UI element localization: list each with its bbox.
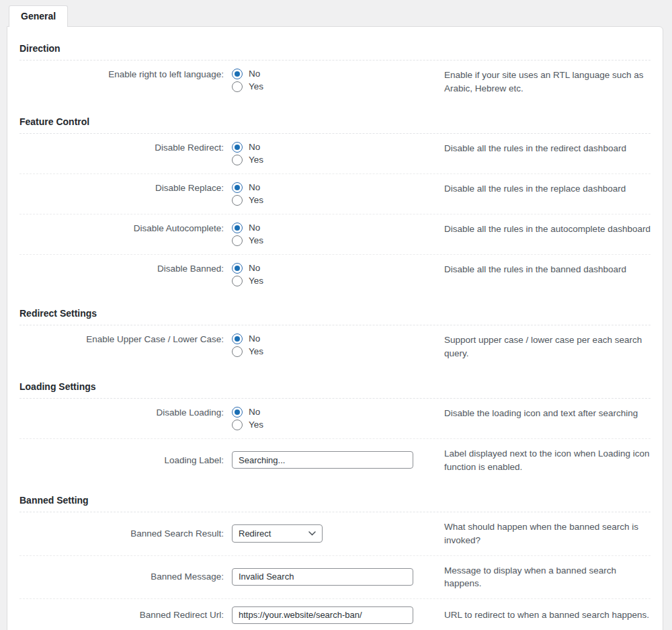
- select-value: Redirect: [239, 528, 271, 539]
- setting-row-banned-redirect-url: Banned Redirect Url: URL to redirect to …: [19, 599, 650, 630]
- radio-option-label: No: [249, 333, 260, 344]
- radio-no-icon[interactable]: [232, 223, 243, 233]
- radio-option-no[interactable]: No: [232, 262, 444, 274]
- settings-panel: Direction Enable right to left language:…: [7, 26, 663, 630]
- radio-group: No Yes: [232, 262, 444, 286]
- tab-general[interactable]: General: [9, 5, 68, 27]
- radio-no-icon[interactable]: [232, 263, 243, 274]
- setting-row-loading-label: Loading Label: Label displayed next to t…: [19, 439, 650, 481]
- radio-option-label: Yes: [249, 81, 263, 92]
- setting-row-enable-rtl: Enable right to left language: No Yes En…: [19, 61, 650, 103]
- radio-yes-icon[interactable]: [232, 420, 243, 430]
- field-control: No Yes: [232, 333, 444, 357]
- field-description: Disable all the rules in the autocomplet…: [444, 222, 650, 236]
- radio-yes-icon[interactable]: [232, 276, 243, 286]
- section-direction: Direction Enable right to left language:…: [19, 30, 650, 103]
- field-control: No Yes: [232, 182, 444, 206]
- radio-option-label: Yes: [249, 194, 263, 206]
- setting-row-disable-loading: Disable Loading: No Yes Disable the load…: [19, 399, 650, 439]
- radio-yes-icon[interactable]: [232, 235, 243, 246]
- setting-row-banned-search-result: Banned Search Result: Redirect What shou…: [19, 512, 650, 555]
- radio-option-label: No: [249, 182, 260, 193]
- radio-group: No Yes: [232, 141, 444, 165]
- radio-no-icon[interactable]: [232, 142, 243, 153]
- radio-option-no[interactable]: No: [232, 333, 444, 344]
- radio-option-yes[interactable]: Yes: [232, 275, 444, 286]
- radio-no-icon[interactable]: [232, 69, 243, 79]
- field-description: Enable if your site uses an RTL language…: [444, 68, 650, 95]
- radio-option-no[interactable]: No: [232, 182, 444, 193]
- radio-option-yes[interactable]: Yes: [232, 194, 444, 206]
- radio-option-label: Yes: [249, 346, 263, 357]
- field-control: No Yes: [232, 406, 444, 430]
- radio-no-icon[interactable]: [232, 333, 243, 344]
- radio-option-yes[interactable]: Yes: [232, 235, 444, 246]
- chevron-down-icon: [308, 531, 316, 536]
- radio-yes-icon[interactable]: [232, 155, 243, 165]
- radio-group: No Yes: [232, 68, 444, 92]
- field-control: No Yes: [232, 141, 444, 165]
- radio-option-label: Yes: [249, 154, 263, 165]
- radio-option-yes[interactable]: Yes: [232, 81, 444, 92]
- radio-option-label: No: [249, 406, 260, 418]
- radio-group: No Yes: [232, 333, 444, 357]
- section-banned-setting: Banned Setting Banned Search Result: Red…: [19, 481, 650, 630]
- field-description: Disable the loading icon and text after …: [444, 406, 650, 420]
- banned-redirect-url-input[interactable]: [232, 606, 413, 624]
- field-label: Enable right to left language:: [19, 68, 232, 79]
- field-label: Disable Loading:: [19, 406, 232, 418]
- field-label: Banned Message:: [19, 572, 232, 582]
- section-loading-settings: Loading Settings Disable Loading: No Yes: [19, 368, 650, 481]
- field-label: Disable Redirect:: [19, 141, 232, 153]
- field-description: Label displayed next to the icon when Lo…: [444, 446, 650, 473]
- section-title: Banned Setting: [19, 481, 650, 512]
- field-label: Banned Redirect Url:: [19, 610, 232, 620]
- radio-group: No Yes: [232, 406, 444, 430]
- radio-option-no[interactable]: No: [232, 68, 444, 79]
- radio-no-icon[interactable]: [232, 407, 243, 418]
- field-description: Message to display when a banned search …: [444, 563, 650, 590]
- banned-search-result-select[interactable]: Redirect: [232, 524, 323, 543]
- radio-yes-icon[interactable]: [232, 346, 243, 357]
- radio-no-icon[interactable]: [232, 182, 243, 193]
- radio-option-yes[interactable]: Yes: [232, 346, 444, 357]
- radio-yes-icon[interactable]: [232, 81, 243, 92]
- field-control: [232, 568, 444, 586]
- radio-group: No Yes: [232, 182, 444, 206]
- field-control: No Yes: [232, 68, 444, 92]
- settings-page: General Direction Enable right to left l…: [0, 0, 672, 630]
- radio-option-label: No: [249, 262, 260, 274]
- radio-option-label: Yes: [249, 235, 263, 246]
- radio-option-label: No: [249, 68, 260, 79]
- radio-option-label: No: [249, 141, 260, 153]
- field-description: Disable all the rules in the banned dash…: [444, 262, 650, 276]
- radio-option-no[interactable]: No: [232, 222, 444, 233]
- field-description: Support upper case / lower case per each…: [444, 333, 650, 360]
- section-title: Redirect Settings: [19, 294, 650, 325]
- section-title: Loading Settings: [19, 368, 650, 399]
- section-redirect-settings: Redirect Settings Enable Upper Case / Lo…: [19, 294, 650, 368]
- section-title: Direction: [19, 30, 650, 61]
- field-label: Enable Upper Case / Lower Case:: [19, 333, 232, 344]
- radio-group: No Yes: [232, 222, 444, 246]
- field-label: Loading Label:: [19, 455, 232, 465]
- banned-message-input[interactable]: [232, 568, 413, 586]
- field-description: Disable all the rules in the redirect da…: [444, 141, 650, 155]
- field-label: Disable Banned:: [19, 262, 232, 274]
- field-description: Disable all the rules in the replace das…: [444, 182, 650, 196]
- field-label: Disable Replace:: [19, 182, 232, 193]
- tab-bar: General: [7, 5, 672, 26]
- radio-option-label: Yes: [249, 419, 263, 430]
- radio-option-yes[interactable]: Yes: [232, 154, 444, 165]
- field-description: URL to redirect to when a banned search …: [444, 608, 650, 622]
- radio-yes-icon[interactable]: [232, 195, 243, 206]
- radio-option-no[interactable]: No: [232, 406, 444, 418]
- field-control: [232, 606, 444, 624]
- loading-label-input[interactable]: [232, 451, 413, 469]
- radio-option-no[interactable]: No: [232, 141, 444, 153]
- field-control: No Yes: [232, 222, 444, 246]
- field-control: Redirect: [232, 524, 444, 543]
- setting-row-upper-lower-case: Enable Upper Case / Lower Case: No Yes S…: [19, 325, 650, 368]
- field-label: Disable Autocomplete:: [19, 222, 232, 233]
- radio-option-yes[interactable]: Yes: [232, 419, 444, 430]
